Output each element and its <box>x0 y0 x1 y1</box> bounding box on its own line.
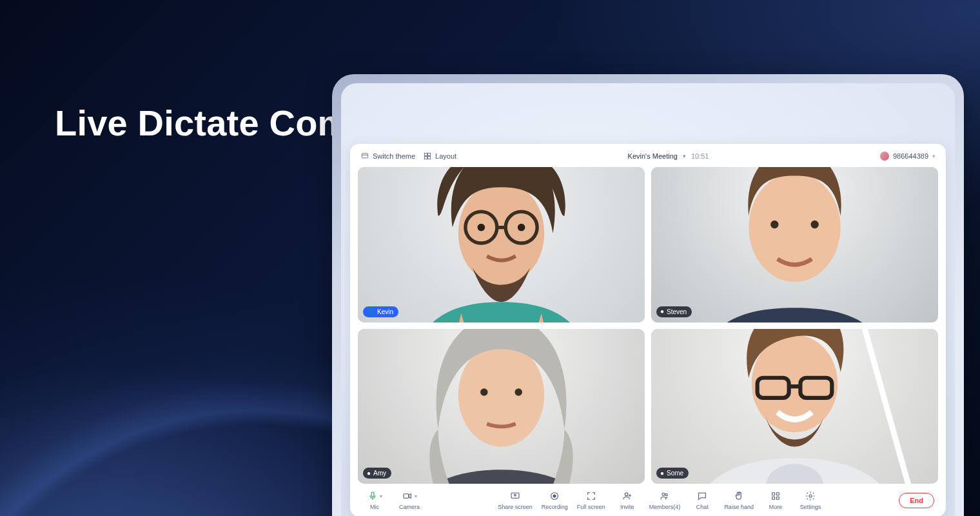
chevron-down-icon: ▾ <box>932 153 936 159</box>
participant-name: Amy <box>373 470 386 477</box>
svg-point-19 <box>514 388 522 396</box>
participant-tile-amy[interactable]: ● Amy <box>358 329 645 484</box>
fullscreen-label: Full screen <box>577 504 605 510</box>
theme-icon <box>360 152 369 161</box>
mic-label: Mic <box>370 504 379 510</box>
more-button[interactable]: More <box>763 490 789 510</box>
participant-video <box>358 329 645 484</box>
svg-rect-1 <box>424 153 427 155</box>
svg-point-6 <box>458 181 545 284</box>
chevron-down-icon: ▾ <box>380 493 382 499</box>
svg-point-10 <box>478 224 485 232</box>
participant-name: Kevin <box>377 308 393 315</box>
svg-rect-3 <box>424 157 427 159</box>
layout-button[interactable]: Layout <box>423 152 456 161</box>
participant-name-pill: 👤 Kevin <box>363 306 398 317</box>
svg-point-33 <box>665 493 667 495</box>
svg-point-17 <box>458 343 545 446</box>
svg-rect-2 <box>428 153 431 155</box>
meeting-app: Switch theme Layout Kevin's Meeting ▾ 10… <box>341 83 955 516</box>
svg-point-38 <box>809 495 812 497</box>
mic-button[interactable]: ▾ Mic <box>362 490 387 510</box>
participant-tile-kevin[interactable]: 👤 Kevin <box>358 167 645 322</box>
svg-point-14 <box>770 221 778 228</box>
device-frame: Switch theme Layout Kevin's Meeting ▾ 10… <box>332 74 964 516</box>
share-screen-button[interactable]: Share screen <box>498 490 533 510</box>
chevron-down-icon: ▾ <box>683 153 686 159</box>
participant-name: Steven <box>667 308 687 315</box>
svg-point-15 <box>810 221 818 228</box>
svg-rect-26 <box>371 492 374 497</box>
svg-point-31 <box>625 493 628 496</box>
participant-video <box>358 167 645 322</box>
share-label: Share screen <box>498 504 533 510</box>
participant-video <box>651 167 938 322</box>
switch-theme-label: Switch theme <box>373 152 415 160</box>
settings-label: Settings <box>800 504 821 510</box>
svg-point-30 <box>553 495 556 497</box>
chat-icon <box>696 490 708 502</box>
meeting-window: Switch theme Layout Kevin's Meeting ▾ 10… <box>350 144 946 516</box>
meeting-timestamp: 10:51 <box>691 152 709 160</box>
camera-label: Camera <box>399 504 420 510</box>
camera-button[interactable]: ▾ Camera <box>397 490 422 510</box>
svg-rect-4 <box>428 157 431 159</box>
svg-rect-27 <box>404 494 409 499</box>
end-button[interactable]: End <box>899 493 934 508</box>
avatar <box>880 152 889 161</box>
participant-tile-4[interactable]: ● Some <box>651 329 938 484</box>
svg-point-11 <box>518 224 525 232</box>
meeting-toolbar: ▾ Mic ▾ Camera Share screen R <box>358 484 938 513</box>
more-icon <box>770 490 781 502</box>
participant-name-pill: ● Some <box>656 468 689 479</box>
recording-icon <box>549 490 560 502</box>
participant-name-pill: ● Steven <box>656 306 692 317</box>
members-label: Members(4) <box>649 504 681 510</box>
svg-rect-36 <box>772 497 775 499</box>
layout-label: Layout <box>435 152 456 160</box>
share-icon <box>509 490 521 502</box>
recording-button[interactable]: Recording <box>542 490 568 510</box>
chat-button[interactable]: Chat <box>689 490 715 510</box>
fullscreen-icon <box>585 490 597 502</box>
meeting-topbar: Switch theme Layout Kevin's Meeting ▾ 10… <box>358 150 938 167</box>
participant-tile-steven[interactable]: ● Steven <box>651 167 938 322</box>
members-button[interactable]: Members(4) <box>649 490 681 510</box>
raise-hand-button[interactable]: Raise hand <box>724 490 754 510</box>
svg-point-18 <box>480 388 488 396</box>
invite-icon <box>622 490 633 502</box>
mic-icon: ● <box>367 470 371 477</box>
participant-grid: 👤 Kevin <box>358 167 938 484</box>
participant-name: Some <box>667 470 683 477</box>
svg-rect-35 <box>776 493 779 495</box>
members-icon <box>659 490 671 502</box>
settings-button[interactable]: Settings <box>798 490 823 510</box>
user-id: 986644389 <box>893 152 928 160</box>
meeting-title: Kevin's Meeting <box>628 152 678 160</box>
participant-video <box>651 329 938 484</box>
person-icon: 👤 <box>367 308 375 315</box>
svg-point-32 <box>662 493 665 495</box>
svg-rect-37 <box>776 497 779 499</box>
invite-label: Invite <box>620 504 634 510</box>
recording-label: Recording <box>542 504 568 510</box>
meeting-title-area[interactable]: Kevin's Meeting ▾ 10:51 <box>464 152 872 160</box>
chevron-down-icon: ▾ <box>415 493 417 499</box>
toolbar-left: ▾ Mic ▾ Camera <box>362 490 422 510</box>
camera-icon <box>402 490 413 502</box>
svg-rect-0 <box>362 154 368 158</box>
settings-icon <box>805 490 816 502</box>
mic-icon: ● <box>660 308 664 315</box>
raise-hand-icon <box>733 490 745 502</box>
mic-icon <box>367 490 378 502</box>
mic-icon: ● <box>660 470 664 477</box>
raise-hand-label: Raise hand <box>724 504 754 510</box>
layout-icon <box>423 152 432 161</box>
chat-label: Chat <box>696 504 709 510</box>
switch-theme-button[interactable]: Switch theme <box>360 152 415 161</box>
fullscreen-button[interactable]: Full screen <box>577 490 605 510</box>
more-label: More <box>769 504 783 510</box>
svg-rect-34 <box>772 493 775 495</box>
account-area[interactable]: 986644389 ▾ <box>880 152 936 161</box>
invite-button[interactable]: Invite <box>614 490 640 510</box>
